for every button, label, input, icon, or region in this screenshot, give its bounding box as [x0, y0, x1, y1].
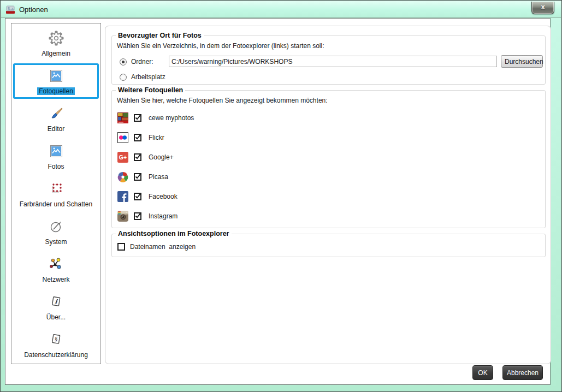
source-label: Picasa: [149, 173, 168, 181]
group-title: Weitere Fotoquellen: [116, 86, 185, 94]
photo-source-icon: [50, 68, 62, 84]
folder-radio-label: Ordner:: [131, 58, 153, 66]
sidebar-item-fotoquellen[interactable]: Fotoquellen: [13, 63, 99, 99]
dialog-content: Allgemein Fotoquellen: [5, 18, 551, 385]
googleplus-checkbox[interactable]: [134, 153, 141, 161]
source-row-googleplus: G+ Google+: [117, 151, 174, 164]
location-description: Wählen Sie ein Verzeichnis, in dem der F…: [117, 42, 324, 50]
instagram-icon: [117, 211, 128, 222]
group-preferred-location: Bevorzugter Ort für Fotos Wählen Sie ein…: [111, 35, 546, 85]
folder-radio[interactable]: [120, 58, 127, 66]
source-row-picasa: Picasa: [117, 170, 168, 183]
network-nodes-icon: [49, 256, 63, 272]
window-title: Optionen: [19, 5, 48, 14]
options-dialog: Optionen x: [0, 0, 562, 392]
category-sidebar: Allgemein Fotoquellen: [11, 23, 101, 364]
flickr-checkbox[interactable]: [134, 134, 141, 141]
sidebar-item-label: Farbränder und Schatten: [20, 200, 92, 208]
sidebar-item-label: System: [45, 238, 67, 246]
ok-button[interactable]: OK: [472, 365, 493, 380]
workspace-radio[interactable]: [120, 74, 127, 81]
workspace-radio-row: Arbeitsplatz: [120, 72, 165, 82]
info-document-icon: i: [50, 294, 63, 310]
system-dial-icon: [49, 218, 63, 235]
sidebar-item-label: Fotoquellen: [37, 87, 75, 95]
workspace-radio-label: Arbeitsplatz: [131, 73, 165, 81]
brush-icon: [49, 105, 63, 122]
cancel-button[interactable]: Abbrechen: [502, 365, 543, 380]
facebook-icon: [117, 191, 128, 202]
paragraph-document-icon: §: [50, 331, 63, 348]
picasa-checkbox[interactable]: [134, 173, 141, 181]
googleplus-icon: G+: [117, 152, 128, 163]
group-view-options: Ansichtsoptionen im Fotoexplorer Dateina…: [111, 234, 546, 257]
instagram-checkbox[interactable]: [134, 212, 141, 220]
titlebar: Optionen x: [1, 1, 561, 18]
source-label: cewe myphotos: [149, 114, 194, 122]
sidebar-item-label: Datenschutzerklärung: [24, 351, 88, 359]
sidebar-item-fotos[interactable]: Fotos: [13, 139, 99, 174]
sidebar-item-label: Netzwerk: [42, 276, 69, 283]
sidebar-item-netzwerk[interactable]: Netzwerk: [13, 252, 99, 287]
source-label: Instagram: [149, 212, 178, 220]
folder-radio-row: Ordner:: [120, 56, 153, 67]
svg-text:G+: G+: [119, 154, 127, 161]
sidebar-item-ueber[interactable]: i Über...: [13, 289, 99, 325]
group-photo-sources: Weitere Fotoquellen Wählen Sie hier, wel…: [111, 90, 546, 228]
source-row-flickr: Flickr: [117, 131, 164, 144]
folder-path-input[interactable]: [169, 56, 497, 67]
gear-icon: [48, 30, 64, 46]
filenames-checkbox-label: Dateinamen anzeigen: [130, 243, 196, 251]
selection-frame-icon: [49, 181, 63, 197]
sidebar-item-editor[interactable]: Editor: [13, 101, 99, 136]
filenames-checkbox[interactable]: [117, 243, 125, 251]
source-label: Google+: [149, 153, 174, 161]
settings-panel: Bevorzugter Ort für Fotos Wählen Sie ein…: [105, 26, 551, 364]
filenames-row: Dateinamen anzeigen: [117, 243, 196, 251]
sidebar-item-label: Fotos: [48, 163, 64, 170]
source-row-instagram: Instagram: [117, 210, 178, 223]
sidebar-item-label: Über...: [46, 313, 66, 321]
sidebar-item-allgemein[interactable]: Allgemein: [13, 26, 99, 61]
picasa-icon: [117, 171, 128, 182]
source-row-facebook: Facebook: [117, 190, 178, 203]
facebook-checkbox[interactable]: [134, 193, 141, 200]
sidebar-item-farbraender[interactable]: Farbränder und Schatten: [13, 176, 99, 212]
source-label: Flickr: [149, 134, 164, 141]
app-logo-icon: [5, 4, 15, 14]
sidebar-item-system[interactable]: System: [13, 214, 99, 250]
sources-description: Wählen Sie hier, welche Fotoquellen Sie …: [117, 97, 328, 104]
group-title: Ansichtsoptionen im Fotoexplorer: [116, 230, 232, 237]
photo-icon: [50, 143, 62, 159]
cewe-checkbox[interactable]: [134, 114, 141, 122]
sidebar-item-label: Editor: [48, 125, 64, 133]
close-button[interactable]: x: [531, 2, 554, 14]
source-label: Facebook: [149, 193, 178, 200]
source-row-cewe: cewe myphotos: [117, 111, 194, 124]
sidebar-item-datenschutz[interactable]: § Datenschutzerklärung: [13, 327, 99, 363]
dialog-footer: OK Abbrechen: [472, 365, 543, 380]
cewe-myphotos-icon: [117, 112, 128, 123]
browse-button[interactable]: Durchsuchen: [501, 55, 543, 68]
sidebar-item-label: Allgemein: [42, 50, 70, 57]
group-title: Bevorzugter Ort für Fotos: [116, 32, 204, 39]
flickr-icon: [117, 132, 128, 143]
